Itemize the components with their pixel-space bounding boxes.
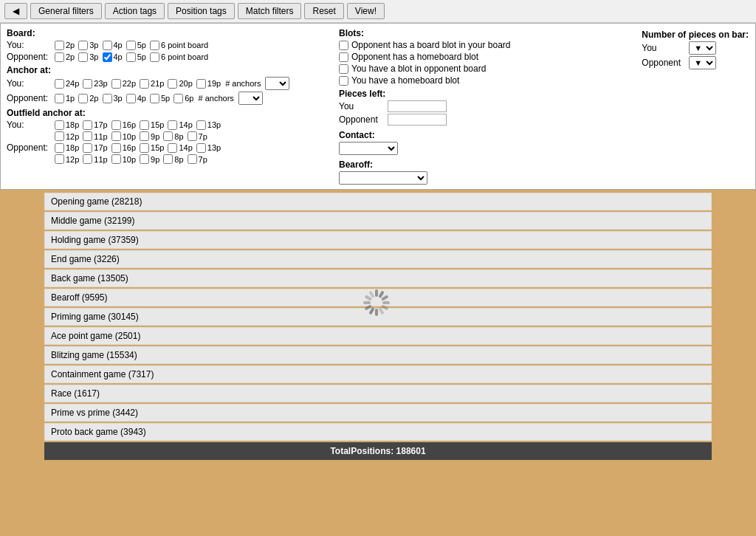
board-you-2p[interactable]: 2p [52, 41, 75, 50]
result-row[interactable]: Prime vs prime (3442) [44, 404, 712, 422]
outfield-you-row2: 12p 11p 10p 9p 8p 7p [7, 131, 331, 141]
blot-label-4: You have a homeboard blot [351, 75, 459, 86]
board-you-label: You: [7, 40, 51, 50]
anchor-at-title: Anchor at: [7, 65, 331, 75]
outfield-title: Outfield anchor at: [7, 108, 331, 118]
contact-select[interactable]: YesNo [339, 142, 398, 155]
outfield-opp-row2: 12p 11p 10p 9p 8p 7p [7, 154, 331, 164]
anchor-you-row: You: 24p 23p 22p 21p 20p 19p # anchors 1… [7, 77, 331, 90]
filter-left: Board: You: 2p 3p 4p 5p 6 point board Op… [7, 28, 331, 185]
pieces-opp-label: Opponent [339, 114, 383, 125]
num-bar-opp-row: Opponent ▼012 [642, 56, 749, 69]
num-bar-opp-label: Opponent [642, 58, 686, 68]
num-bar-you-row: You ▼012 [642, 41, 749, 55]
pieces-opp-input[interactable] [388, 114, 447, 126]
board-opp-label: Opponent: [7, 52, 51, 62]
board-you-5p[interactable]: 5p [124, 41, 146, 50]
anchor-opp-select[interactable]: 12 [238, 92, 263, 105]
num-bar-opp-select[interactable]: ▼012 [689, 56, 716, 69]
result-row[interactable]: Blitzing game (15534) [44, 346, 712, 364]
board-opp-5p[interactable]: 5p [124, 52, 146, 62]
anchors-label-you: # anchors [225, 79, 261, 88]
total-bar: TotalPositions: 188601 [44, 442, 712, 460]
bearoff-select[interactable]: YesNo [339, 171, 427, 185]
filter-right: Blots: Opponent has a board blot in your… [339, 28, 749, 185]
result-row[interactable]: Back game (13505) [44, 269, 712, 287]
pieces-left-title: Pieces left: [339, 89, 749, 99]
general-filters-button[interactable]: General filters [30, 3, 102, 19]
num-bar-section: Number of pieces on bar: You ▼012 Oppone… [642, 30, 749, 71]
result-row[interactable]: Priming game (30145) [44, 308, 712, 326]
blot-cb-3[interactable] [339, 64, 348, 74]
anchor-opp-row: Opponent: 1p 2p 3p 4p 5p 6p # anchors 12 [7, 92, 331, 105]
anchor-opp-label: Opponent: [7, 93, 51, 103]
top-bar: ◀ General filters Action tags Position t… [0, 0, 756, 23]
num-bar-title: Number of pieces on bar: [642, 30, 749, 40]
board-opp-3p[interactable]: 3p [76, 52, 98, 62]
anchor-you-select[interactable]: 12 [265, 77, 289, 90]
anchors-label-opp: # anchors [199, 94, 234, 103]
blot-cb-1[interactable] [339, 41, 348, 50]
result-row[interactable]: Race (1617) [44, 385, 712, 402]
blot-row-4: You have a homeboard blot [339, 75, 749, 86]
reset-button[interactable]: Reset [304, 3, 343, 19]
blot-label-1: Opponent has a board blot in your board [351, 40, 510, 50]
board-title: Board: [7, 28, 331, 38]
blot-label-3: You have a blot in opponent board [351, 63, 486, 74]
result-row[interactable]: Middle game (32199) [44, 212, 712, 230]
blot-cb-2[interactable] [339, 52, 348, 62]
filter-panel: Board: You: 2p 3p 4p 5p 6 point board Op… [0, 23, 756, 190]
num-bar-you-select[interactable]: ▼012 [689, 41, 716, 55]
board-opp-2p[interactable]: 2p [52, 52, 75, 62]
board-you-3p[interactable]: 3p [76, 41, 98, 50]
board-opp-4p[interactable]: 4p [100, 52, 123, 62]
outfield-opp-label: Opponent: [7, 142, 51, 153]
outfield-you-label: You: [7, 120, 51, 130]
view-button[interactable]: View! [347, 3, 385, 19]
result-row[interactable]: End game (3226) [44, 250, 712, 268]
board-opp-6pt[interactable]: 6 point board [148, 52, 208, 62]
result-row[interactable]: Opening game (28218) [44, 193, 712, 210]
contact-section: Contact: YesNo [339, 130, 749, 155]
outfield-opp-row1: Opponent: 18p 17p 16p 15p 14p 13p [7, 142, 331, 153]
board-opp-row: Opponent: 2p 3p 4p 5p 6 point board [7, 52, 331, 62]
bearoff-title: Bearoff: [339, 159, 749, 170]
result-row[interactable]: Ace point game (2501) [44, 327, 712, 345]
board-you-6pt[interactable]: 6 point board [148, 41, 208, 50]
pieces-you-input[interactable] [388, 100, 447, 112]
back-button[interactable]: ◀ [4, 3, 27, 19]
action-tags-button[interactable]: Action tags [105, 3, 165, 19]
results-area: Opening game (28218)Middle game (32199)H… [0, 193, 756, 441]
pieces-left-section: Pieces left: You Opponent [339, 89, 749, 126]
blot-cb-4[interactable] [339, 76, 348, 86]
position-tags-button[interactable]: Position tags [168, 3, 235, 19]
result-row[interactable]: Proto back game (3943) [44, 423, 712, 441]
result-row[interactable]: Holding game (37359) [44, 231, 712, 249]
board-you-row: You: 2p 3p 4p 5p 6 point board [7, 40, 331, 50]
result-row[interactable]: Containment game (7317) [44, 365, 712, 383]
board-you-4p[interactable]: 4p [100, 41, 123, 50]
num-bar-you-label: You [642, 43, 686, 53]
blot-label-2: Opponent has a homeboard blot [351, 52, 478, 62]
bearoff-section: Bearoff: YesNo [339, 159, 749, 185]
pieces-opp-row: Opponent [339, 114, 749, 126]
pieces-you-row: You [339, 100, 749, 112]
pieces-you-label: You [339, 101, 383, 111]
anchor-you-label: You: [7, 78, 51, 89]
result-row[interactable]: Bearoff (9595) [44, 289, 712, 306]
match-filters-button[interactable]: Match filters [238, 3, 302, 19]
contact-title: Contact: [339, 130, 749, 140]
outfield-you-row1: You: 18p 17p 16p 15p 14p 13p [7, 120, 331, 130]
